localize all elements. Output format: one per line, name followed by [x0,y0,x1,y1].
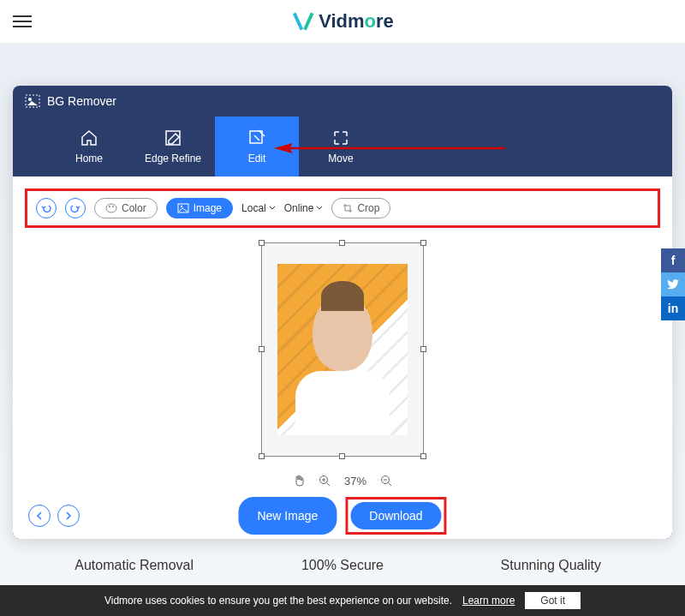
feature-secure: 100% Secure [248,558,436,573]
crop-label: Crop [357,202,379,214]
image-icon [177,203,189,213]
zoom-in-icon[interactable] [319,475,331,487]
home-icon [80,129,98,147]
cookie-banner: Vidmore uses cookies to ensure you get t… [0,585,685,616]
resize-handle-bm[interactable] [339,453,345,459]
resize-handle-br[interactable] [420,453,426,459]
toolbar-area: Color Image Local Online Crop [13,176,672,240]
linkedin-icon: in [668,302,678,315]
app-title: BG Remover [47,94,116,108]
cookie-accept-button[interactable]: Got it [525,592,581,609]
chevron-left-icon [35,511,44,520]
prev-button[interactable] [28,505,51,527]
edited-image [277,264,408,435]
logo-text: Vidmore [319,10,394,33]
logo-icon [291,9,315,33]
pan-hand-icon[interactable] [293,474,305,487]
undo-icon [41,203,51,213]
cookie-learn-more-link[interactable]: Learn more [462,595,515,607]
zoom-controls: 37% [13,467,672,494]
canvas [13,240,672,467]
local-label: Local [241,202,266,214]
online-dropdown[interactable]: Online [284,202,324,214]
image-selection[interactable] [261,242,424,457]
brand-logo[interactable]: Vidmore [291,9,394,33]
chevron-down-icon [316,206,323,211]
social-sidebar: f in [661,248,685,320]
chevron-down-icon [269,206,276,211]
action-bar: New Image Download [13,494,672,539]
color-button[interactable]: Color [94,198,158,218]
edge-refine-icon [164,129,182,147]
zoom-out-icon[interactable] [380,475,392,487]
twitter-button[interactable] [661,272,685,296]
features: Automatic Removal 100% Secure Stunning Q… [13,558,672,573]
resize-handle-bl[interactable] [259,453,265,459]
canvas-viewport[interactable] [25,240,660,458]
tab-edge-label: Edge Refine [145,153,201,164]
local-dropdown[interactable]: Local [241,202,276,214]
crop-icon [342,203,353,213]
resize-handle-mr[interactable] [420,346,426,352]
primary-actions: New Image Download [238,497,446,535]
svg-point-5 [109,206,110,207]
chevron-right-icon [64,511,73,520]
undo-button[interactable] [36,198,57,218]
next-button[interactable] [57,505,80,527]
twitter-icon [667,279,679,290]
redo-icon [70,203,80,213]
bg-remover-app: BG Remover Home Edge Refine Edit Move [13,86,672,539]
cookie-text: Vidmore uses cookies to ensure you get t… [104,595,452,607]
resize-handle-tm[interactable] [339,240,345,246]
svg-point-4 [106,204,116,212]
page-body: BG Remover Home Edge Refine Edit Move [0,43,685,616]
app-tabs: Home Edge Refine Edit Move [13,117,672,176]
svg-point-6 [112,206,114,207]
feature-auto-removal: Automatic Removal [40,558,228,573]
edit-icon [247,129,266,147]
tab-home-label: Home [75,153,103,164]
facebook-icon: f [671,254,676,267]
redo-button[interactable] [65,198,86,218]
resize-handle-ml[interactable] [259,346,265,352]
download-highlight: Download [345,497,446,535]
linkedin-button[interactable]: in [661,296,685,320]
zoom-level: 37% [344,475,366,487]
tab-edit-label: Edit [248,153,266,164]
facebook-button[interactable]: f [661,248,685,272]
edit-toolbar: Color Image Local Online Crop [25,188,660,228]
resize-handle-tr[interactable] [420,240,426,246]
svg-point-1 [28,98,32,101]
app-icon [25,94,40,108]
tab-move-label: Move [328,153,353,164]
menu-icon[interactable] [13,15,32,27]
svg-point-8 [180,206,182,207]
resize-handle-tl[interactable] [259,240,265,246]
new-image-button[interactable]: New Image [238,497,337,535]
site-header: Vidmore [0,0,685,43]
annotation-arrow-icon [274,142,505,154]
app-title-bar: BG Remover [13,86,672,117]
online-label: Online [284,202,314,214]
image-button[interactable]: Image [166,198,233,218]
feature-quality: Stunning Quality [457,558,645,573]
palette-icon [105,203,117,213]
download-button[interactable]: Download [350,502,441,529]
image-label: Image [194,202,222,214]
tab-home[interactable]: Home [47,117,131,176]
crop-button[interactable]: Crop [331,198,390,218]
color-label: Color [122,202,146,214]
tab-edge-refine[interactable]: Edge Refine [131,117,215,176]
